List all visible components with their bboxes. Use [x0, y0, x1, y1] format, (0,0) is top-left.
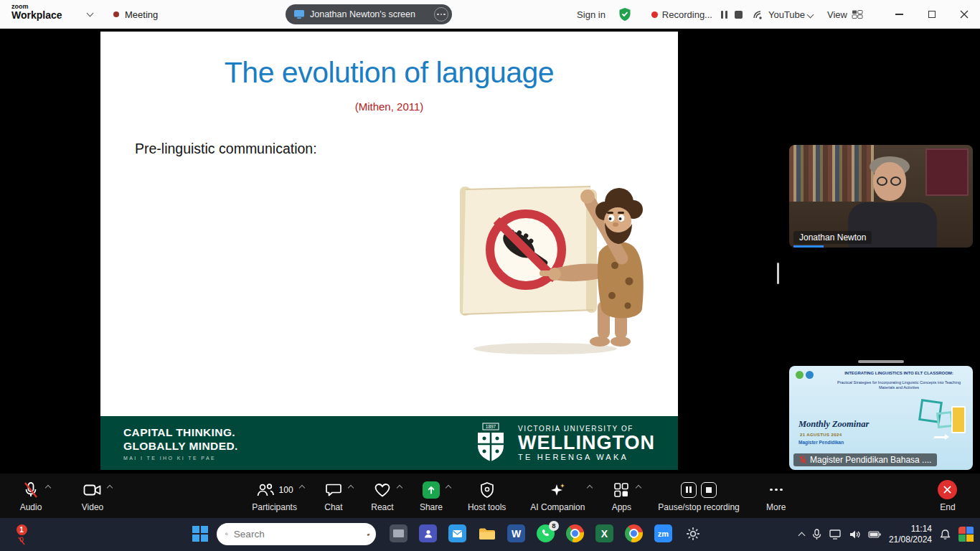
- tray-mic-icon[interactable]: [812, 529, 821, 540]
- taskbar-clock[interactable]: 11:14 21/08/2024: [889, 524, 932, 545]
- taskbar-app-icons: W 8 X zm: [389, 524, 702, 543]
- heart-icon: [374, 482, 391, 498]
- participant-name: Jonathan Newton: [799, 232, 866, 242]
- university-logo-block: 1897 VICTORIA UNIVERSITY OF WELLINGTON T…: [473, 423, 655, 464]
- youtube-chevron-down-icon[interactable]: [807, 11, 814, 18]
- app-icon-word[interactable]: W: [507, 524, 526, 543]
- minimize-button[interactable]: [883, 0, 915, 29]
- poster-door-graphic: [951, 406, 966, 433]
- react-button[interactable]: React: [362, 475, 403, 517]
- app-icon-mail[interactable]: [448, 524, 467, 543]
- view-grid-icon[interactable]: [852, 9, 863, 19]
- notification-badge: 1: [17, 524, 27, 535]
- end-button[interactable]: End: [927, 475, 969, 517]
- participants-button[interactable]: 100 Participants: [243, 475, 306, 517]
- video-chevron-icon[interactable]: [107, 485, 113, 491]
- search-input[interactable]: [234, 529, 361, 540]
- shared-screen-label: Jonathan Newton's screen: [310, 9, 429, 19]
- more-options-button[interactable]: [434, 7, 448, 22]
- pause-recording-icon[interactable]: [681, 482, 697, 498]
- system-tray: 11:14 21/08/2024: [799, 518, 974, 551]
- share-button[interactable]: Share: [410, 475, 452, 517]
- uni-line-maori: TE HERENGA WAKA: [518, 453, 655, 461]
- audio-button[interactable]: Audio: [10, 475, 52, 517]
- titlebar-right-controls: Sign in Recording... YouTube View: [577, 0, 980, 29]
- tray-notifications-bell-icon[interactable]: [940, 529, 951, 540]
- search-highlight-bird-icon[interactable]: [367, 528, 370, 541]
- tab-meeting[interactable]: Meeting: [113, 0, 158, 29]
- gear-icon: [685, 526, 701, 542]
- app-icon-browser-2[interactable]: [624, 524, 644, 543]
- poster-logo-blue: [806, 371, 814, 379]
- tray-battery-icon[interactable]: [868, 530, 881, 539]
- participants-chevron-icon[interactable]: [299, 485, 305, 491]
- tray-color-app-icon[interactable]: [958, 527, 974, 542]
- share-chevron-icon[interactable]: [446, 485, 451, 491]
- recording-controls-button[interactable]: Pause/stop recording: [649, 475, 748, 517]
- ai-companion-button[interactable]: AI Companion: [522, 475, 593, 517]
- maximize-button[interactable]: [915, 0, 948, 29]
- chat-bubble-icon: [325, 482, 342, 498]
- video-panel-scrollbar[interactable]: [777, 263, 779, 284]
- app-icon-settings[interactable]: [683, 524, 702, 543]
- stop-recording-icon[interactable]: [735, 11, 743, 19]
- bookshelf-background: [789, 145, 874, 202]
- poster-event-name: Monthly Zoominar: [798, 419, 869, 430]
- apps-button[interactable]: Apps: [600, 475, 642, 517]
- tray-speaker-icon[interactable]: [849, 529, 860, 540]
- video-panel-resize-handle[interactable]: [858, 360, 904, 363]
- react-chevron-icon[interactable]: [397, 485, 402, 491]
- footer-line-1: CAPITAL THINKING.: [123, 425, 238, 439]
- shared-screen-pill[interactable]: Jonathan Newton's screen: [286, 4, 452, 24]
- zoom-meeting-window: zoom Workplace Meeting Jonathan Newton's…: [0, 0, 980, 551]
- clock-time: 11:14: [889, 524, 932, 534]
- more-button[interactable]: More: [755, 475, 797, 517]
- participant-name: Magister Pendidikan Bahasa ....: [810, 455, 931, 465]
- meeting-status-dot: [113, 11, 119, 17]
- tray-display-icon[interactable]: [829, 529, 841, 540]
- security-shield-icon[interactable]: [618, 7, 631, 22]
- recording-dot: [651, 11, 658, 18]
- meeting-tab-label: Meeting: [125, 9, 158, 20]
- chat-chevron-icon[interactable]: [348, 485, 354, 491]
- tray-chevron-up-icon[interactable]: [798, 532, 805, 540]
- video-tile-magister-pendidikan[interactable]: INTEGRATING LINGUISTICS INTO ELT CLASSRO…: [789, 366, 973, 470]
- app-icon-window[interactable]: [389, 524, 408, 543]
- app-icon-chrome[interactable]: [565, 524, 585, 543]
- search-box[interactable]: [217, 523, 376, 545]
- workspace-chevron-down-icon[interactable]: [87, 10, 94, 17]
- meeting-stage: The evolution of language (Mithen, 2011)…: [0, 29, 980, 474]
- apps-chevron-icon[interactable]: [636, 485, 641, 491]
- shield-year: 1897: [486, 424, 496, 429]
- video-button[interactable]: Video: [72, 475, 113, 517]
- app-icon-teams[interactable]: [418, 524, 438, 543]
- host-tools-button[interactable]: Host tools: [459, 475, 514, 517]
- zoom-workplace-logo: zoom Workplace: [11, 4, 62, 21]
- sign-in-button[interactable]: Sign in: [577, 9, 606, 20]
- zoom-titlebar: zoom Workplace Meeting Jonathan Newton's…: [0, 0, 980, 29]
- poster-date: 21 AGUSTUS 2024: [800, 433, 842, 437]
- app-icon-excel[interactable]: X: [595, 524, 614, 543]
- audio-chevron-icon[interactable]: [45, 485, 51, 491]
- app-icon-whatsapp[interactable]: 8: [536, 524, 555, 543]
- screen-share-icon: [293, 9, 305, 19]
- wall-poster: [925, 149, 969, 196]
- ai-companion-chevron-icon[interactable]: [587, 485, 593, 491]
- slide-citation: (Mithen, 2011): [100, 100, 678, 113]
- pause-recording-icon[interactable]: [721, 11, 727, 19]
- video-tile-jonathan-newton[interactable]: Jonathan Newton: [789, 145, 973, 248]
- stop-recording-icon[interactable]: [701, 482, 717, 498]
- participants-icon: [256, 482, 275, 498]
- close-button[interactable]: [948, 0, 980, 29]
- ai-sparkle-icon: [549, 481, 566, 499]
- chat-button[interactable]: Chat: [313, 475, 354, 517]
- app-icon-folder[interactable]: [477, 524, 496, 543]
- search-icon: [225, 529, 228, 540]
- apps-grid-icon: [613, 482, 629, 498]
- participants-count: 100: [279, 485, 293, 495]
- participant-name-tag: Magister Pendidikan Bahasa ....: [793, 453, 937, 466]
- app-icon-zoom[interactable]: zm: [654, 524, 673, 543]
- taskbar-notification-icon[interactable]: 1: [14, 522, 29, 548]
- live-stream-icon: [753, 9, 764, 19]
- start-button[interactable]: [192, 526, 209, 543]
